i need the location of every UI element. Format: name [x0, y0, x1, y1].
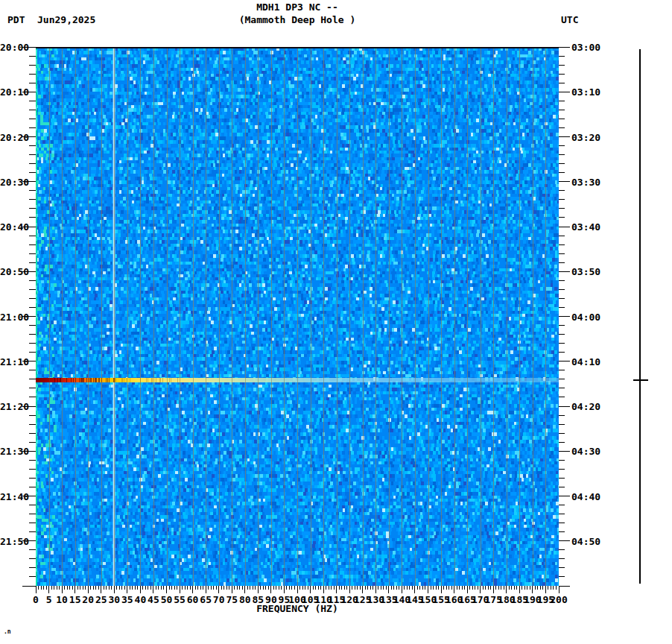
station-title: MDH1 DP3 NC -- [36, 1, 559, 13]
frequency-axis-tick [163, 586, 164, 590]
frequency-axis-tick [548, 586, 548, 590]
frequency-axis-tick [443, 586, 444, 590]
frequency-axis-tick [542, 586, 543, 590]
timezone-left-label: PDT [7, 15, 25, 25]
frequency-axis-tick [229, 586, 229, 590]
frequency-axis-tick [344, 586, 345, 590]
frequency-axis-tick [135, 586, 136, 590]
frequency-axis-tick [428, 586, 428, 593]
frequency-axis-tick [64, 586, 65, 590]
frequency-axis-tick [375, 586, 376, 593]
left-axis-tick [29, 163, 36, 164]
right-axis-tick [559, 433, 565, 434]
frequency-axis-tick [137, 586, 138, 590]
frequency-axis-tick [121, 586, 122, 590]
frequency-axis-tick [244, 586, 245, 593]
right-axis-tick [559, 208, 565, 209]
frequency-axis-tick [527, 586, 527, 590]
frequency-axis-tick [459, 586, 460, 590]
left-axis-tick [29, 298, 36, 299]
frequency-axis-tick [72, 586, 73, 590]
frequency-axis-tick [130, 586, 130, 590]
frequency-axis-tick [197, 586, 198, 590]
frequency-axis-tick [357, 586, 358, 590]
frequency-axis-tick [551, 586, 551, 590]
frequency-axis-tick [302, 586, 303, 590]
frequency-axis-tick [116, 586, 117, 590]
frequency-axis-tick [407, 586, 408, 590]
frequency-axis-tick [221, 586, 222, 590]
frequency-axis-tick [150, 586, 151, 590]
right-axis-tick [559, 227, 570, 227]
frequency-axis-tick [511, 586, 512, 590]
right-axis-tick [559, 47, 570, 48]
left-axis-tick [29, 433, 36, 434]
left-axis-time-label: 21:30 [0, 446, 28, 457]
right-axis-tick [559, 379, 565, 379]
frequency-axis-title: FREQUENCY (HZ) [36, 603, 559, 614]
frequency-axis-tick [346, 586, 347, 590]
frequency-axis-tick [232, 586, 232, 593]
frequency-axis-tick [516, 586, 517, 590]
right-axis-tick [559, 514, 565, 514]
left-axis-tick [29, 442, 36, 443]
right-axis-tick [559, 74, 565, 75]
right-axis-tick [559, 424, 565, 425]
frequency-axis-tick [291, 586, 292, 590]
frequency-axis-tick [187, 586, 188, 590]
frequency-axis-tick [286, 586, 287, 590]
right-axis-tick [559, 505, 565, 505]
frequency-axis-tick [362, 586, 363, 593]
frequency-axis-tick [349, 586, 350, 593]
frequency-axis-tick [166, 586, 167, 593]
frequency-axis-tick [310, 586, 311, 593]
frequency-axis-tick [114, 586, 115, 593]
left-axis-time-label: 21:00 [0, 312, 28, 323]
frequency-axis-tick [62, 586, 63, 593]
frequency-axis-tick [462, 586, 463, 590]
left-axis-tick [29, 74, 36, 75]
left-axis-tick [29, 397, 36, 397]
frequency-axis-tick [203, 586, 203, 590]
frequency-axis-tick [498, 586, 499, 590]
frequency-axis-tick [360, 586, 361, 590]
right-axis-tick [559, 280, 565, 281]
frequency-axis-tick [320, 586, 321, 590]
frequency-axis-tick [457, 586, 457, 590]
right-axis-tick [559, 442, 565, 443]
frequency-axis-tick [493, 586, 494, 593]
frequency-axis-tick [352, 586, 352, 590]
frequency-axis-tick [38, 586, 39, 590]
right-axis-tick [559, 127, 565, 128]
left-axis-tick [29, 236, 36, 236]
right-axis-time-label: 03:30 [571, 177, 600, 188]
frequency-axis-tick [289, 586, 290, 590]
left-axis-time-label: 20:40 [0, 221, 28, 233]
frequency-axis-tick [504, 586, 504, 590]
frequency-axis-tick [270, 586, 271, 593]
frequency-axis-tick [145, 586, 146, 590]
left-axis-tick [29, 576, 36, 577]
left-axis-tick [29, 101, 36, 101]
frequency-axis-tick [85, 586, 86, 590]
frequency-axis-tick [263, 586, 264, 590]
frequency-axis-tick [80, 586, 80, 590]
frequency-axis-tick [341, 586, 342, 590]
frequency-axis-tick [211, 586, 212, 590]
frequency-axis-tick [436, 586, 437, 590]
frequency-axis-tick [174, 586, 175, 590]
amplitude-scalebar [639, 49, 641, 584]
frequency-axis-tick [524, 586, 525, 590]
frequency-axis-tick [383, 586, 384, 590]
right-axis-tick [559, 199, 565, 200]
right-axis-tick [559, 217, 565, 218]
frequency-axis-tick [208, 586, 209, 590]
frequency-axis-tick [95, 586, 96, 590]
left-axis-tick [29, 334, 36, 335]
frequency-axis-tick [237, 586, 238, 590]
right-axis-tick [559, 119, 565, 119]
right-axis-tick [559, 388, 565, 388]
frequency-axis-tick [268, 586, 269, 590]
right-axis-tick [559, 289, 565, 290]
frequency-axis-tick [478, 586, 478, 590]
